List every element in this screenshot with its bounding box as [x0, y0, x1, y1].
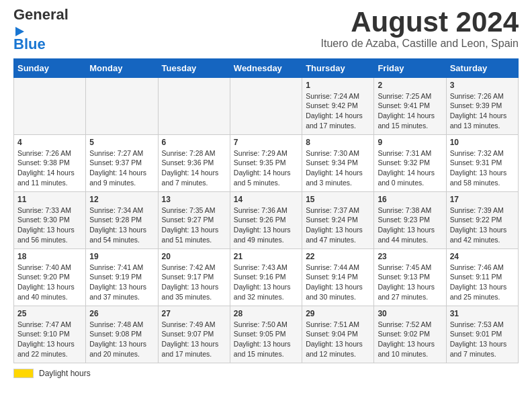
cell-week1-day5: 1Sunrise: 7:24 AMSunset: 9:42 PMDaylight…	[302, 77, 374, 134]
cell-week4-day1: 18Sunrise: 7:40 AMSunset: 9:20 PMDayligh…	[14, 248, 86, 306]
cell-info: Sunrise: 7:43 AMSunset: 9:16 PMDaylight:…	[234, 263, 298, 302]
header-row: SundayMondayTuesdayWednesdayThursdayFrid…	[14, 58, 519, 77]
week-row-2: 4Sunrise: 7:26 AMSunset: 9:38 PMDaylight…	[14, 134, 519, 191]
cell-info: Sunrise: 7:51 AMSunset: 9:04 PMDaylight:…	[306, 320, 370, 359]
col-friday: Friday	[374, 58, 446, 77]
cell-week4-day2: 19Sunrise: 7:41 AMSunset: 9:19 PMDayligh…	[86, 248, 158, 306]
month-title: August 2024	[321, 7, 519, 38]
cell-info: Sunrise: 7:26 AMSunset: 9:38 PMDaylight:…	[17, 148, 82, 188]
day-number: 23	[378, 252, 442, 261]
col-monday: Monday	[86, 58, 158, 77]
cell-week3-day4: 14Sunrise: 7:36 AMSunset: 9:26 PMDayligh…	[230, 191, 302, 248]
cell-info: Sunrise: 7:32 AMSunset: 9:31 PMDaylight:…	[450, 148, 515, 188]
cell-info: Sunrise: 7:44 AMSunset: 9:14 PMDaylight:…	[306, 263, 370, 302]
cell-week4-day7: 24Sunrise: 7:46 AMSunset: 9:11 PMDayligh…	[446, 248, 518, 306]
day-number: 14	[234, 195, 298, 204]
cell-info: Sunrise: 7:52 AMSunset: 9:02 PMDaylight:…	[378, 320, 442, 359]
cell-info: Sunrise: 7:27 AMSunset: 9:37 PMDaylight:…	[89, 148, 154, 188]
cell-info: Sunrise: 7:28 AMSunset: 9:36 PMDaylight:…	[162, 148, 226, 188]
cell-info: Sunrise: 7:35 AMSunset: 9:27 PMDaylight:…	[162, 205, 226, 245]
cell-week1-day3	[158, 77, 230, 134]
cell-week2-day2: 5Sunrise: 7:27 AMSunset: 9:37 PMDaylight…	[86, 134, 158, 191]
cell-info: Sunrise: 7:36 AMSunset: 9:26 PMDaylight:…	[234, 205, 298, 245]
week-row-5: 25Sunrise: 7:47 AMSunset: 9:10 PMDayligh…	[14, 306, 519, 363]
cell-week5-day4: 28Sunrise: 7:50 AMSunset: 9:05 PMDayligh…	[230, 306, 302, 363]
cell-info: Sunrise: 7:26 AMSunset: 9:39 PMDaylight:…	[450, 91, 515, 131]
cell-week2-day1: 4Sunrise: 7:26 AMSunset: 9:38 PMDaylight…	[14, 134, 86, 191]
cell-info: Sunrise: 7:49 AMSunset: 9:07 PMDaylight:…	[162, 320, 226, 359]
cell-info: Sunrise: 7:41 AMSunset: 9:19 PMDaylight:…	[89, 263, 154, 302]
day-number: 29	[306, 309, 370, 318]
day-number: 20	[162, 252, 226, 261]
cell-week5-day2: 26Sunrise: 7:48 AMSunset: 9:08 PMDayligh…	[86, 306, 158, 363]
day-number: 25	[17, 309, 82, 318]
cell-week5-day5: 29Sunrise: 7:51 AMSunset: 9:04 PMDayligh…	[302, 306, 374, 363]
daylight-icon	[13, 369, 34, 378]
cell-info: Sunrise: 7:34 AMSunset: 9:28 PMDaylight:…	[89, 205, 154, 245]
cell-info: Sunrise: 7:31 AMSunset: 9:32 PMDaylight:…	[378, 148, 442, 188]
cell-week5-day7: 31Sunrise: 7:53 AMSunset: 9:01 PMDayligh…	[446, 306, 518, 363]
logo-arrow-icon	[15, 27, 24, 36]
cell-info: Sunrise: 7:53 AMSunset: 9:01 PMDaylight:…	[450, 320, 515, 359]
cell-week2-day7: 10Sunrise: 7:32 AMSunset: 9:31 PMDayligh…	[446, 134, 518, 191]
day-number: 28	[234, 309, 298, 318]
day-number: 15	[306, 195, 370, 204]
day-number: 12	[89, 195, 154, 204]
day-number: 8	[306, 138, 370, 147]
cell-week4-day4: 21Sunrise: 7:43 AMSunset: 9:16 PMDayligh…	[230, 248, 302, 306]
location-title: Ituero de Azaba, Castille and Leon, Spai…	[321, 38, 519, 50]
day-number: 9	[378, 138, 442, 147]
cell-week3-day7: 17Sunrise: 7:39 AMSunset: 9:22 PMDayligh…	[446, 191, 518, 248]
day-number: 1	[306, 81, 370, 90]
cell-week1-day1	[14, 77, 86, 134]
cell-info: Sunrise: 7:25 AMSunset: 9:41 PMDaylight:…	[378, 91, 442, 131]
day-number: 21	[234, 252, 298, 261]
cell-info: Sunrise: 7:37 AMSunset: 9:24 PMDaylight:…	[306, 205, 370, 245]
cell-info: Sunrise: 7:30 AMSunset: 9:34 PMDaylight:…	[306, 148, 370, 188]
cell-info: Sunrise: 7:46 AMSunset: 9:11 PMDaylight:…	[450, 263, 515, 302]
cell-week1-day2	[86, 77, 158, 134]
cell-week3-day5: 15Sunrise: 7:37 AMSunset: 9:24 PMDayligh…	[302, 191, 374, 248]
cell-week1-day4	[230, 77, 302, 134]
cell-info: Sunrise: 7:33 AMSunset: 9:30 PMDaylight:…	[17, 205, 82, 245]
day-number: 11	[17, 195, 82, 204]
cell-week2-day5: 8Sunrise: 7:30 AMSunset: 9:34 PMDaylight…	[302, 134, 374, 191]
legend: Daylight hours	[13, 369, 519, 378]
cell-week5-day3: 27Sunrise: 7:49 AMSunset: 9:07 PMDayligh…	[158, 306, 230, 363]
day-number: 17	[450, 195, 515, 204]
week-row-3: 11Sunrise: 7:33 AMSunset: 9:30 PMDayligh…	[14, 191, 519, 248]
day-number: 5	[89, 138, 154, 147]
day-number: 10	[450, 138, 515, 147]
daylight-label: Daylight hours	[39, 369, 91, 378]
cell-week3-day1: 11Sunrise: 7:33 AMSunset: 9:30 PMDayligh…	[14, 191, 86, 248]
week-row-4: 18Sunrise: 7:40 AMSunset: 9:20 PMDayligh…	[14, 248, 519, 306]
cell-week2-day4: 7Sunrise: 7:29 AMSunset: 9:35 PMDaylight…	[230, 134, 302, 191]
col-saturday: Saturday	[446, 58, 518, 77]
day-number: 26	[89, 309, 154, 318]
cell-week4-day6: 23Sunrise: 7:45 AMSunset: 9:13 PMDayligh…	[374, 248, 446, 306]
header: General Blue August 2024 Ituero de Azaba…	[13, 7, 519, 53]
day-number: 3	[450, 81, 515, 90]
day-number: 31	[450, 309, 515, 318]
day-number: 22	[306, 252, 370, 261]
cell-week2-day6: 9Sunrise: 7:31 AMSunset: 9:32 PMDaylight…	[374, 134, 446, 191]
day-number: 13	[162, 195, 226, 204]
cell-info: Sunrise: 7:24 AMSunset: 9:42 PMDaylight:…	[306, 91, 370, 131]
day-number: 30	[378, 309, 442, 318]
col-thursday: Thursday	[302, 58, 374, 77]
cell-info: Sunrise: 7:40 AMSunset: 9:20 PMDaylight:…	[17, 263, 82, 302]
cell-info: Sunrise: 7:48 AMSunset: 9:08 PMDaylight:…	[89, 320, 154, 359]
cell-week3-day6: 16Sunrise: 7:38 AMSunset: 9:23 PMDayligh…	[374, 191, 446, 248]
week-row-1: 1Sunrise: 7:24 AMSunset: 9:42 PMDaylight…	[14, 77, 519, 134]
cell-info: Sunrise: 7:42 AMSunset: 9:17 PMDaylight:…	[162, 263, 226, 302]
cell-week2-day3: 6Sunrise: 7:28 AMSunset: 9:36 PMDaylight…	[158, 134, 230, 191]
cell-week5-day6: 30Sunrise: 7:52 AMSunset: 9:02 PMDayligh…	[374, 306, 446, 363]
cell-week1-day6: 2Sunrise: 7:25 AMSunset: 9:41 PMDaylight…	[374, 77, 446, 134]
day-number: 24	[450, 252, 515, 261]
col-tuesday: Tuesday	[158, 58, 230, 77]
day-number: 2	[378, 81, 442, 90]
cell-week4-day3: 20Sunrise: 7:42 AMSunset: 9:17 PMDayligh…	[158, 248, 230, 306]
title-area: August 2024 Ituero de Azaba, Castille an…	[321, 7, 519, 50]
cell-week3-day2: 12Sunrise: 7:34 AMSunset: 9:28 PMDayligh…	[86, 191, 158, 248]
day-number: 18	[17, 252, 82, 261]
